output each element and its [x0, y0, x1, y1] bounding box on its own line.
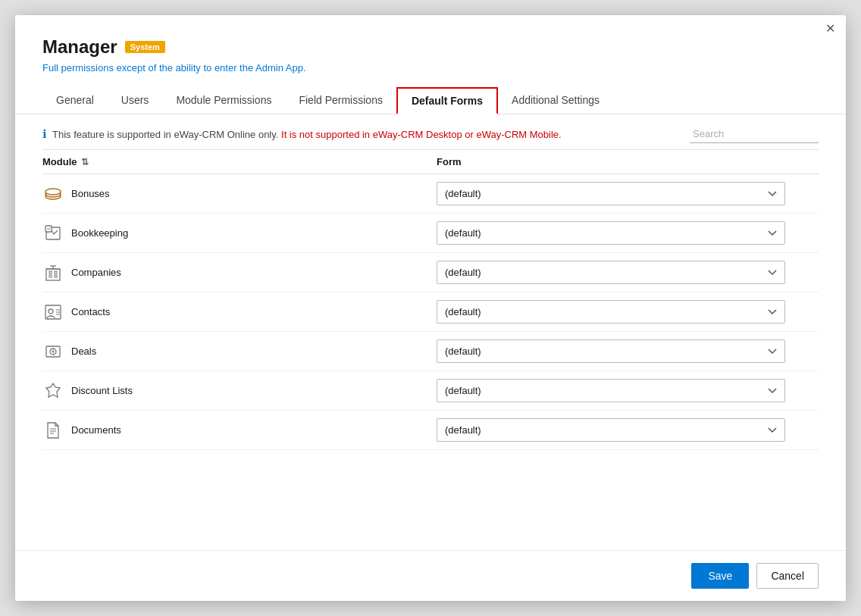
svg-point-15: [49, 309, 53, 314]
contacts-icon: [42, 302, 64, 323]
documents-label: Documents: [71, 424, 121, 436]
bonuses-icon: [42, 183, 64, 205]
dialog-footer: Save Cancel: [15, 550, 846, 601]
deals-label: Deals: [71, 346, 96, 357]
table-row: Contacts (default): [42, 292, 819, 332]
tabs: General Users Module Permissions Field P…: [15, 87, 846, 114]
table-row: Deals (default): [42, 332, 819, 371]
bonuses-form-select[interactable]: (default): [437, 182, 785, 205]
table-row: Bonuses (default): [42, 174, 819, 214]
svg-rect-8: [55, 271, 57, 274]
bonuses-label: Bonuses: [71, 188, 110, 199]
info-bar: ℹ This feature is supported in eWay-CRM …: [42, 114, 819, 149]
form-cell-contacts: (default): [437, 300, 819, 324]
tab-default-forms[interactable]: Default Forms: [396, 87, 498, 114]
svg-rect-10: [55, 275, 57, 277]
form-cell-documents: (default): [437, 418, 819, 442]
tab-general[interactable]: General: [42, 87, 108, 114]
col-module-header: Module ⇅: [42, 156, 437, 167]
module-cell-bookkeeping: Bookkeeping: [42, 223, 437, 244]
svg-rect-6: [46, 269, 60, 280]
dialog: ✕ Manager System Full permissions except…: [15, 15, 846, 601]
cancel-button[interactable]: Cancel: [756, 563, 819, 589]
system-badge: System: [125, 41, 165, 53]
bookkeeping-label: Bookkeeping: [71, 227, 128, 239]
dialog-header: Manager System Full permissions except o…: [15, 15, 846, 114]
contacts-label: Contacts: [71, 306, 110, 317]
table-header: Module ⇅ Form: [42, 150, 819, 174]
table-row: Discount Lists (default): [42, 371, 819, 411]
title-row: Manager System: [42, 36, 819, 58]
svg-rect-9: [49, 275, 52, 277]
form-cell-discount: (default): [437, 379, 819, 402]
tab-module-permissions[interactable]: Module Permissions: [162, 87, 285, 114]
dialog-title: Manager: [42, 36, 117, 58]
bookkeeping-icon: [42, 223, 64, 244]
info-icon: ℹ: [42, 127, 47, 141]
companies-icon: [42, 262, 64, 283]
tab-users[interactable]: Users: [108, 87, 163, 114]
svg-point-2: [45, 189, 61, 195]
discount-form-select[interactable]: (default): [437, 379, 785, 402]
info-message: This feature is supported in eWay-CRM On…: [52, 129, 562, 140]
col-form-header: Form: [437, 156, 819, 167]
tab-additional-settings[interactable]: Additional Settings: [498, 87, 613, 114]
documents-form-select[interactable]: (default): [437, 418, 785, 442]
sort-icon[interactable]: ⇅: [81, 157, 89, 167]
module-cell-deals: Deals: [42, 341, 437, 362]
discount-label: Discount Lists: [71, 385, 133, 396]
deals-icon: [42, 341, 64, 362]
module-cell-contacts: Contacts: [42, 302, 437, 323]
search-box: [690, 125, 819, 143]
table-row: Documents (default): [42, 411, 819, 450]
module-cell-discount: Discount Lists: [42, 380, 437, 402]
save-button[interactable]: Save: [691, 563, 749, 589]
module-cell-documents: Documents: [42, 420, 437, 441]
form-cell-companies: (default): [437, 261, 819, 284]
form-cell-bonuses: (default): [437, 182, 819, 205]
form-cell-bookkeeping: (default): [437, 221, 819, 245]
svg-rect-7: [49, 271, 52, 274]
form-cell-deals: (default): [437, 339, 819, 363]
info-text: ℹ This feature is supported in eWay-CRM …: [42, 127, 562, 141]
svg-marker-23: [46, 383, 60, 397]
documents-icon: [42, 420, 64, 441]
subtitle: Full permissions except of the ability t…: [42, 62, 819, 73]
table-row: Bookkeeping (default): [42, 214, 819, 253]
module-cell-bonuses: Bonuses: [42, 183, 437, 205]
bookkeeping-form-select[interactable]: (default): [437, 221, 785, 245]
tab-field-permissions[interactable]: Field Permissions: [285, 87, 396, 114]
dialog-body: ℹ This feature is supported in eWay-CRM …: [15, 114, 846, 550]
companies-form-select[interactable]: (default): [437, 261, 785, 284]
companies-label: Companies: [71, 267, 121, 278]
table-container: Module ⇅ Form Bonuses: [42, 149, 819, 550]
search-input[interactable]: [690, 125, 819, 143]
close-button[interactable]: ✕: [825, 23, 835, 35]
deals-form-select[interactable]: (default): [437, 339, 785, 363]
module-cell-companies: Companies: [42, 262, 437, 283]
table-row: Companies (default): [42, 253, 819, 292]
contacts-form-select[interactable]: (default): [437, 300, 785, 324]
discount-icon: [42, 380, 64, 402]
